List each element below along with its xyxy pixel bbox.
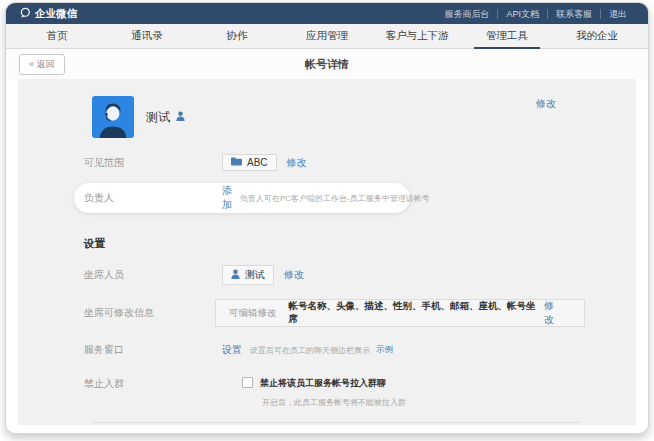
nav-tab-app-management[interactable]: 应用管理 xyxy=(282,24,372,48)
topbar-links: 服务商后台 API文档 联系客服 退出 xyxy=(436,9,635,19)
owner-add-link[interactable]: 添加 xyxy=(222,184,232,212)
agent-modify-link[interactable]: 修改 xyxy=(284,268,304,282)
agent-tag: 测试 xyxy=(222,265,274,285)
service-window-example-link[interactable]: 示例 xyxy=(376,344,393,356)
member-badge-icon xyxy=(176,110,185,124)
editable-info-modify-link[interactable]: 修改 xyxy=(544,299,564,327)
account-name: 测试 xyxy=(146,109,185,126)
agent-label: 坐席人员 xyxy=(84,268,222,282)
topbar-link-provider-console[interactable]: 服务商后台 xyxy=(436,9,497,19)
owner-label: 负责人 xyxy=(84,191,222,205)
no-group-checkbox[interactable] xyxy=(242,377,253,388)
nav-tab-collaboration[interactable]: 协作 xyxy=(192,24,282,48)
topbar-link-contact-support[interactable]: 联系客服 xyxy=(547,9,600,19)
editable-info-prefix: 可编辑修改 xyxy=(229,307,277,320)
visible-range-label: 可见范围 xyxy=(84,156,222,170)
no-group-label: 禁止入群 xyxy=(84,377,222,391)
nav-tab-customers[interactable]: 客户与上下游 xyxy=(372,24,462,48)
topbar: 企业微信 服务商后台 API文档 联系客服 退出 xyxy=(6,3,648,24)
nav-tab-my-company[interactable]: 我的企业 xyxy=(552,24,642,48)
editable-info-row: 坐席可修改信息 可编辑修改 帐号名称、头像、描述、性别、手机、邮箱、座机、帐号坐… xyxy=(84,299,636,327)
owner-hint: 负责人可在PC客户端的工作台-员工服务中管理该帐号 xyxy=(240,193,430,204)
no-group-row: 禁止入群 禁止将该员工服务帐号拉入群聊 xyxy=(84,377,636,391)
no-group-checkbox-label: 禁止将该员工服务帐号拉入群聊 xyxy=(260,377,386,390)
profile-row: 测试 修改 xyxy=(84,96,636,138)
main-nav: 首页 通讯录 协作 应用管理 客户与上下游 管理工具 我的企业 xyxy=(6,24,648,49)
owner-row-spotlight: 负责人 添加 负责人可在PC客户端的工作台-员工服务中管理该帐号 xyxy=(74,183,410,213)
profile-modify-link[interactable]: 修改 xyxy=(536,97,556,111)
settings-section-title: 设置 xyxy=(84,237,636,251)
no-group-hint: 开启后，此员工服务帐号将不能被拉入群 xyxy=(262,397,636,408)
agent-tag-text: 测试 xyxy=(245,268,265,282)
app-window: 企业微信 服务商后台 API文档 联系客服 退出 首页 通讯录 协作 应用管理 … xyxy=(5,2,649,434)
visible-range-row: 可见范围 ABC 修改 xyxy=(84,154,636,171)
service-window-label: 服务窗口 xyxy=(84,343,222,357)
service-window-hint: 设置后可在员工的聊天侧边栏展示 xyxy=(250,345,370,356)
folder-icon xyxy=(231,157,242,168)
agent-row: 坐席人员 测试 修改 xyxy=(84,265,636,285)
editable-info-fields: 帐号名称、头像、描述、性别、手机、邮箱、座机、帐号坐席 xyxy=(289,300,545,326)
nav-tab-management-tools[interactable]: 管理工具 xyxy=(462,24,552,48)
visible-range-modify-link[interactable]: 修改 xyxy=(287,156,307,170)
bottom-divider xyxy=(93,422,580,423)
nav-tab-home[interactable]: 首页 xyxy=(12,24,102,48)
visible-range-tag-text: ABC xyxy=(247,157,268,168)
editable-info-label: 坐席可修改信息 xyxy=(84,306,222,320)
nav-tab-contacts[interactable]: 通讯录 xyxy=(102,24,192,48)
person-icon xyxy=(231,269,240,281)
chat-bubble-icon xyxy=(19,7,31,21)
content-header: « 返回 帐号详情 xyxy=(6,49,648,79)
service-window-row: 服务窗口 设置 设置后可在员工的聊天侧边栏展示 示例 xyxy=(84,343,636,357)
app-logo-text: 企业微信 xyxy=(35,7,77,21)
topbar-link-logout[interactable]: 退出 xyxy=(600,9,635,19)
service-window-set-link[interactable]: 设置 xyxy=(222,343,242,357)
editable-info-box: 可编辑修改 帐号名称、头像、描述、性别、手机、邮箱、座机、帐号坐席 修改 xyxy=(215,299,585,327)
visible-range-tag: ABC xyxy=(222,154,277,171)
account-detail-panel: 测试 修改 可见范围 ABC 修改 xyxy=(18,79,636,425)
account-name-text: 测试 xyxy=(146,109,170,126)
page-title: 帐号详情 xyxy=(6,57,648,72)
account-avatar xyxy=(92,96,134,138)
app-logo[interactable]: 企业微信 xyxy=(19,7,77,21)
topbar-link-api-docs[interactable]: API文档 xyxy=(497,9,547,19)
back-button[interactable]: « 返回 xyxy=(19,54,65,75)
